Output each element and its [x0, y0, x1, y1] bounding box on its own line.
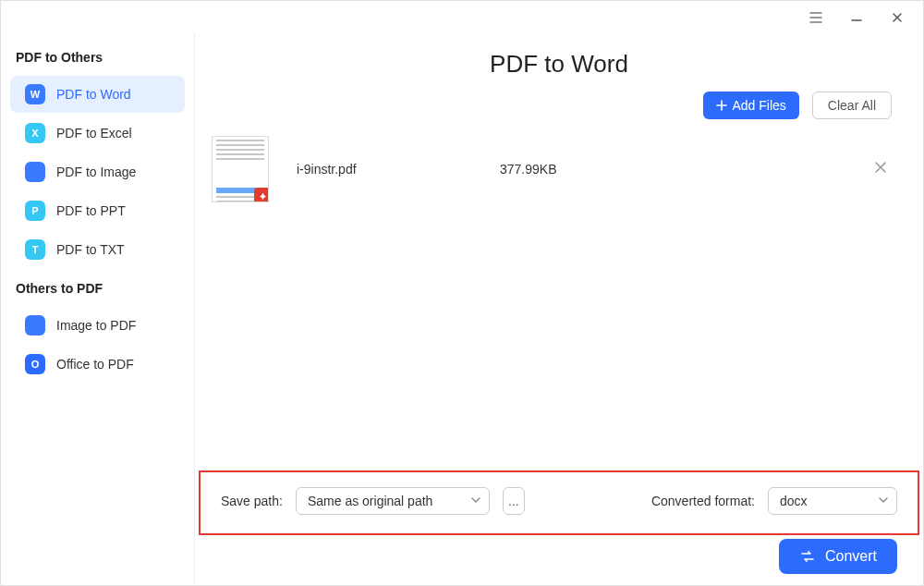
converted-format-label: Converted format:	[651, 494, 755, 508]
file-row: i-9instr.pdf 377.99KB	[195, 127, 923, 212]
chevron-down-icon	[470, 488, 481, 514]
excel-icon: X	[25, 123, 45, 143]
chevron-down-icon	[878, 488, 889, 514]
convert-button[interactable]: Convert	[779, 539, 897, 574]
sidebar-group-others-to-pdf: Others to PDF	[1, 270, 194, 305]
sidebar-item-label: PDF to TXT	[56, 242, 125, 257]
sidebar-item-office-to-pdf[interactable]: O Office to PDF	[10, 346, 185, 383]
actions-row: Add Files Clear All	[195, 79, 923, 127]
sidebar-item-pdf-to-image[interactable]: PDF to Image	[10, 153, 185, 190]
image-icon	[25, 315, 45, 336]
office-icon: O	[25, 354, 45, 374]
page-title: PDF to Word	[195, 50, 923, 79]
clear-all-button[interactable]: Clear All	[812, 92, 892, 119]
txt-icon: T	[25, 239, 45, 260]
close-icon[interactable]	[890, 10, 905, 25]
menu-icon[interactable]	[808, 10, 823, 25]
word-icon: W	[25, 84, 45, 104]
file-thumbnail[interactable]	[212, 136, 269, 202]
browse-path-button[interactable]: ...	[503, 487, 525, 515]
image-icon	[25, 162, 45, 182]
sidebar-group-pdf-to-others: PDF to Others	[1, 39, 194, 74]
close-icon	[873, 160, 888, 175]
sidebar-item-label: PDF to Word	[56, 87, 131, 102]
sidebar-item-label: PDF to PPT	[56, 203, 126, 218]
convert-icon	[799, 548, 816, 565]
sidebar-item-pdf-to-ppt[interactable]: P PDF to PPT	[10, 192, 185, 229]
add-files-button[interactable]: Add Files	[703, 92, 799, 119]
save-path-select[interactable]: Same as original path	[296, 487, 490, 515]
sidebar-item-label: Office to PDF	[56, 357, 134, 372]
sidebar-item-pdf-to-txt[interactable]: T PDF to TXT	[10, 231, 185, 268]
sidebar-item-label: PDF to Image	[56, 165, 136, 179]
sidebar-item-image-to-pdf[interactable]: Image to PDF	[10, 307, 185, 344]
main-panel: PDF to Word Add Files Clear All i-9instr…	[195, 33, 923, 585]
save-path-label: Save path:	[221, 494, 283, 508]
converted-format-select[interactable]: docx	[768, 487, 897, 515]
sidebar-item-pdf-to-word[interactable]: W PDF to Word	[10, 76, 185, 113]
ppt-icon: P	[25, 201, 45, 221]
remove-file-button[interactable]	[869, 156, 892, 182]
title-bar	[1, 1, 923, 33]
settings-panel: Save path: Same as original path ... Con…	[199, 470, 919, 535]
sidebar: PDF to Others W PDF to Word X PDF to Exc…	[1, 33, 195, 585]
file-size: 377.99KB	[500, 162, 869, 177]
file-name: i-9instr.pdf	[297, 162, 500, 177]
sidebar-item-label: PDF to Excel	[56, 126, 132, 140]
minimize-icon[interactable]	[849, 10, 864, 25]
sidebar-item-label: Image to PDF	[56, 318, 136, 333]
pdf-badge-icon	[254, 188, 269, 202]
plus-icon	[716, 100, 727, 111]
sidebar-item-pdf-to-excel[interactable]: X PDF to Excel	[10, 115, 185, 152]
